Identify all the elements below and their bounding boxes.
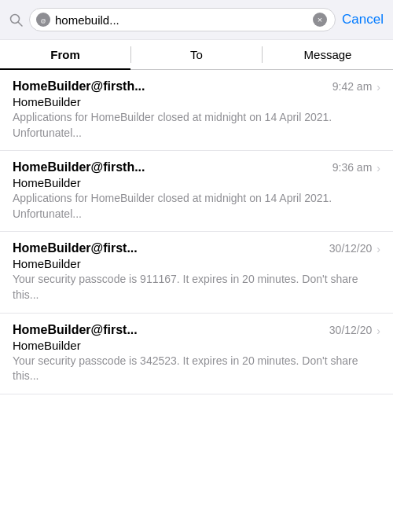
search-pill[interactable]: @ homebuild... × (29, 8, 336, 31)
cancel-button[interactable]: Cancel (342, 12, 384, 28)
svg-line-1 (18, 22, 22, 26)
email-list: HomeBuilder@firsth... 9:42 am HomeBuilde… (0, 70, 393, 394)
email-content: HomeBuilder@first... 30/12/20 HomeBuilde… (13, 241, 372, 303)
email-from: HomeBuilder@firsth... (13, 160, 145, 174)
email-subject: HomeBuilder (13, 257, 372, 270)
homebuild-icon: @ (36, 13, 50, 27)
clear-button[interactable]: × (313, 13, 327, 27)
svg-text:@: @ (40, 18, 46, 24)
email-header: HomeBuilder@first... 30/12/20 (13, 323, 372, 337)
email-subject: HomeBuilder (13, 339, 372, 352)
segment-control: From To Message (0, 40, 393, 70)
search-bar: @ homebuild... × Cancel (0, 0, 393, 40)
email-header: HomeBuilder@firsth... 9:36 am (13, 160, 372, 174)
email-preview: Your security passcode is 911167. It exp… (13, 272, 372, 303)
email-preview: Applications for HomeBuilder closed at m… (13, 191, 372, 222)
chevron-right-icon: › (376, 81, 380, 94)
email-header: HomeBuilder@first... 30/12/20 (13, 241, 372, 255)
email-item[interactable]: HomeBuilder@firsth... 9:36 am HomeBuilde… (0, 151, 393, 232)
email-from: HomeBuilder@first... (13, 241, 138, 255)
email-from: HomeBuilder@firsth... (13, 79, 145, 94)
email-content: HomeBuilder@firsth... 9:36 am HomeBuilde… (13, 160, 372, 222)
chevron-right-icon: › (376, 162, 380, 174)
segment-from[interactable]: From (0, 40, 130, 69)
email-content: HomeBuilder@firsth... 9:42 am HomeBuilde… (13, 79, 372, 141)
email-item[interactable]: HomeBuilder@first... 30/12/20 HomeBuilde… (0, 232, 393, 313)
email-time: 30/12/20 (329, 242, 373, 255)
email-from: HomeBuilder@first... (13, 323, 138, 337)
email-time: 9:42 am (332, 80, 373, 93)
chevron-right-icon: › (376, 325, 380, 337)
chevron-right-icon: › (376, 243, 380, 255)
pill-text: homebuild... (55, 13, 308, 27)
segment-message[interactable]: Message (263, 40, 393, 69)
email-subject: HomeBuilder (13, 176, 372, 189)
email-preview: Applications for HomeBuilder closed at m… (13, 110, 372, 141)
email-item[interactable]: HomeBuilder@first... 30/12/20 HomeBuilde… (0, 314, 393, 394)
email-item[interactable]: HomeBuilder@firsth... 9:42 am HomeBuilde… (0, 70, 393, 151)
search-icon (9, 13, 23, 27)
email-content: HomeBuilder@first... 30/12/20 HomeBuilde… (13, 323, 372, 384)
email-header: HomeBuilder@firsth... 9:42 am (13, 79, 372, 94)
segment-to[interactable]: To (131, 40, 262, 69)
email-preview: Your security passcode is 342523. It exp… (13, 354, 372, 384)
email-time: 30/12/20 (329, 324, 373, 336)
email-subject: HomeBuilder (13, 95, 372, 108)
email-time: 9:36 am (332, 161, 373, 174)
